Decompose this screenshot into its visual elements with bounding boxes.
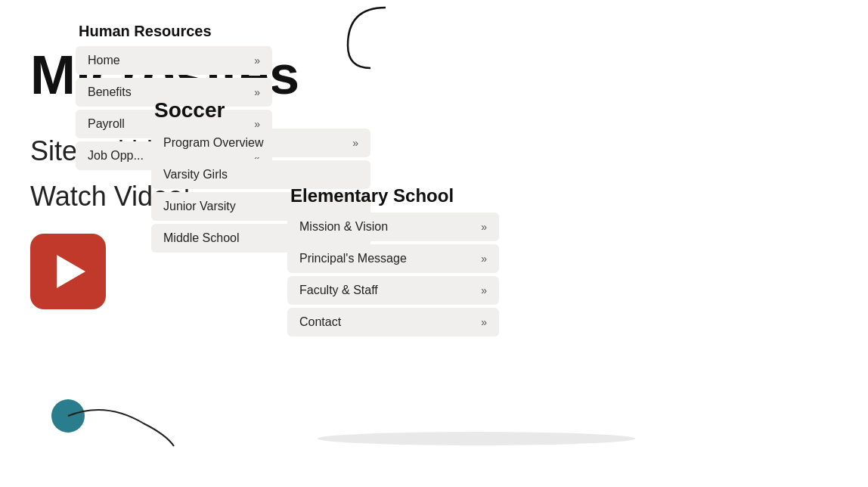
elementary-menu: Elementary School Mission & Vision » Pri…	[287, 185, 499, 337]
elementary-menu-title: Elementary School	[287, 185, 499, 206]
play-icon	[57, 255, 85, 288]
elementary-item-mission[interactable]: Mission & Vision »	[287, 212, 499, 241]
elementary-item-contact[interactable]: Contact »	[287, 308, 499, 337]
soccer-item-middle-school-label: Middle School	[163, 231, 240, 245]
elementary-item-faculty-chevron: »	[481, 284, 487, 296]
decorative-ellipse-bottom	[318, 432, 635, 445]
hr-item-benefits-chevron: »	[254, 86, 260, 98]
soccer-item-varsity-girls-label: Varsity Girls	[163, 168, 228, 181]
decorative-bottom	[45, 393, 181, 457]
elementary-menu-items: Mission & Vision » Principal's Message »…	[287, 212, 499, 337]
elementary-item-contact-chevron: »	[481, 316, 487, 328]
hr-item-home[interactable]: Home »	[76, 46, 272, 75]
elementary-item-mission-chevron: »	[481, 221, 487, 233]
hr-item-home-label: Home	[88, 54, 120, 67]
decorative-curve	[325, 0, 416, 79]
elementary-item-principal-chevron: »	[481, 253, 487, 265]
elementary-item-faculty[interactable]: Faculty & Staff »	[287, 276, 499, 305]
soccer-item-overview[interactable]: Program Overview »	[151, 129, 370, 157]
hr-item-benefits-label: Benefits	[88, 85, 132, 99]
soccer-item-junior-varsity-label: Junior Varsity	[163, 200, 236, 213]
soccer-menu-title: Soccer	[151, 98, 370, 123]
soccer-item-overview-chevron: »	[352, 137, 358, 149]
soccer-item-overview-label: Program Overview	[163, 136, 263, 150]
elementary-item-contact-label: Contact	[299, 315, 341, 329]
elementary-item-faculty-label: Faculty & Staff	[299, 284, 378, 297]
elementary-item-principal-label: Principal's Message	[299, 252, 407, 265]
elementary-item-mission-label: Mission & Vision	[299, 220, 388, 234]
elementary-item-principal[interactable]: Principal's Message »	[287, 244, 499, 273]
hr-item-payroll-label: Payroll	[88, 117, 125, 131]
hr-item-jobopp-label: Job Opp...	[88, 149, 144, 163]
hr-item-home-chevron: »	[254, 54, 260, 67]
play-button[interactable]	[30, 234, 106, 309]
hr-menu-title: Human Resources	[76, 23, 272, 40]
